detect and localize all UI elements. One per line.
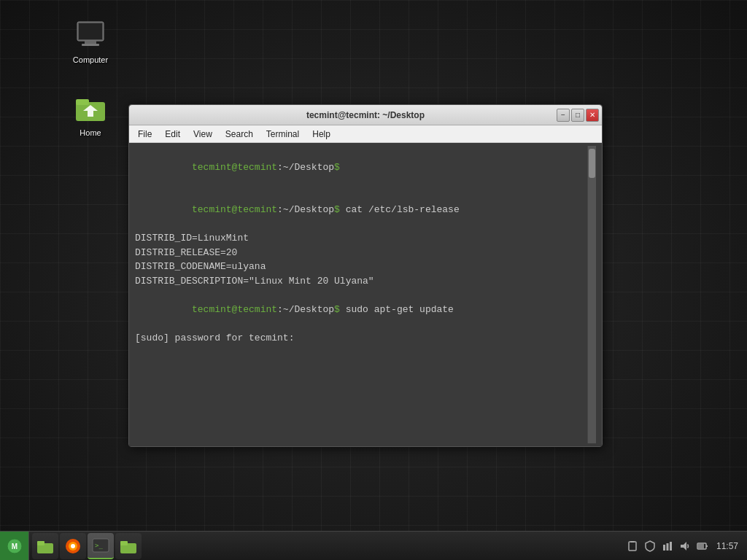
home-icon-label: Home: [80, 128, 101, 137]
command-7: sudo apt-get update: [340, 304, 454, 315]
prompt-1: tecmint@tecmint:~/Desktop$: [192, 162, 340, 173]
terminal-line-3: DISTRIB_ID=LinuxMint: [135, 231, 587, 246]
terminal-window: tecmint@tecmint: ~/Desktop − □ ✕ File Ed…: [128, 104, 603, 447]
terminal-line-4: DISTRIB_RELEASE=20: [135, 246, 587, 260]
computer-icon-img: [73, 18, 108, 52]
taskbar-files-1[interactable]: [32, 533, 58, 559]
menu-help[interactable]: Help: [306, 128, 336, 141]
svg-rect-21: [663, 545, 665, 551]
svg-rect-3: [82, 44, 99, 46]
svg-rect-1: [79, 23, 102, 39]
svg-rect-20: [630, 541, 635, 542]
desktop-icon-home[interactable]: Home: [64, 88, 117, 140]
terminal-line-7: tecmint@tecmint:~/Desktop$ sudo apt-get …: [135, 288, 587, 331]
svg-marker-24: [681, 542, 686, 551]
prompt-2: tecmint@tecmint:~/Desktop$: [192, 204, 340, 215]
terminal-text: tecmint@tecmint:~/Desktop$ tecmint@tecmi…: [135, 146, 587, 443]
menu-edit[interactable]: Edit: [159, 128, 186, 141]
svg-rect-7: [88, 111, 93, 117]
terminal-line-8: [sudo] password for tecmint:: [135, 331, 587, 346]
svg-rect-26: [706, 545, 708, 547]
desktop: Computer Home tecmint@tecmint: ~/Desktop…: [0, 0, 747, 560]
taskbar: M: [0, 531, 747, 560]
tray-time: 11:57: [713, 541, 741, 551]
menu-bar: File Edit View Search Terminal Help: [129, 125, 602, 143]
terminal-line-1: tecmint@tecmint:~/Desktop$: [135, 146, 587, 189]
svg-text:>_: >_: [95, 542, 103, 549]
menu-search[interactable]: Search: [220, 128, 259, 141]
desktop-icon-computer[interactable]: Computer: [64, 15, 117, 67]
prompt-7: tecmint@tecmint:~/Desktop$: [192, 304, 340, 315]
restore-button[interactable]: □: [571, 109, 584, 122]
close-button[interactable]: ✕: [586, 109, 599, 122]
taskbar-files-2[interactable]: [115, 533, 142, 559]
terminal-scrollbar[interactable]: [587, 146, 596, 443]
terminal-title: tecmint@tecmint: ~/Desktop: [306, 110, 425, 120]
svg-rect-27: [698, 544, 704, 548]
tray-clipboard[interactable]: [626, 540, 639, 553]
svg-text:M: M: [11, 542, 17, 551]
minimize-button[interactable]: −: [557, 109, 570, 122]
tray-shield[interactable]: [643, 540, 657, 553]
terminal-line-5: DISTRIB_CODENAME=ulyana: [135, 260, 587, 274]
tray-network[interactable]: [661, 540, 674, 553]
terminal-line-6: DISTRIB_DESCRIPTION="Linux Mint 20 Ulyan…: [135, 274, 587, 289]
terminal-content[interactable]: tecmint@tecmint:~/Desktop$ tecmint@tecmi…: [129, 143, 602, 446]
home-icon-img: [73, 90, 108, 125]
svg-rect-23: [670, 542, 672, 551]
title-bar: tecmint@tecmint: ~/Desktop − □ ✕: [129, 105, 602, 125]
tray-battery[interactable]: [696, 540, 709, 553]
svg-point-14: [71, 544, 75, 548]
menu-view[interactable]: View: [187, 128, 218, 141]
svg-rect-18: [120, 541, 128, 545]
menu-terminal[interactable]: Terminal: [260, 128, 305, 141]
taskbar-firefox[interactable]: [60, 533, 86, 559]
command-2: cat /etc/lsb-release: [340, 204, 460, 215]
system-tray: 11:57: [620, 532, 747, 560]
terminal-line-2: tecmint@tecmint:~/Desktop$ cat /etc/lsb-…: [135, 189, 587, 232]
start-button[interactable]: M: [0, 532, 29, 561]
svg-rect-11: [37, 541, 44, 545]
taskbar-items: >_: [29, 532, 620, 560]
svg-rect-22: [666, 543, 668, 551]
tray-volume[interactable]: [678, 540, 692, 553]
svg-rect-19: [629, 542, 636, 551]
svg-rect-2: [85, 41, 96, 44]
computer-icon-label: Computer: [73, 55, 108, 64]
taskbar-terminal[interactable]: >_: [88, 533, 114, 559]
menu-file[interactable]: File: [132, 128, 158, 141]
scrollbar-thumb[interactable]: [589, 149, 595, 178]
svg-rect-5: [76, 99, 89, 105]
title-bar-controls: − □ ✕: [557, 109, 599, 122]
